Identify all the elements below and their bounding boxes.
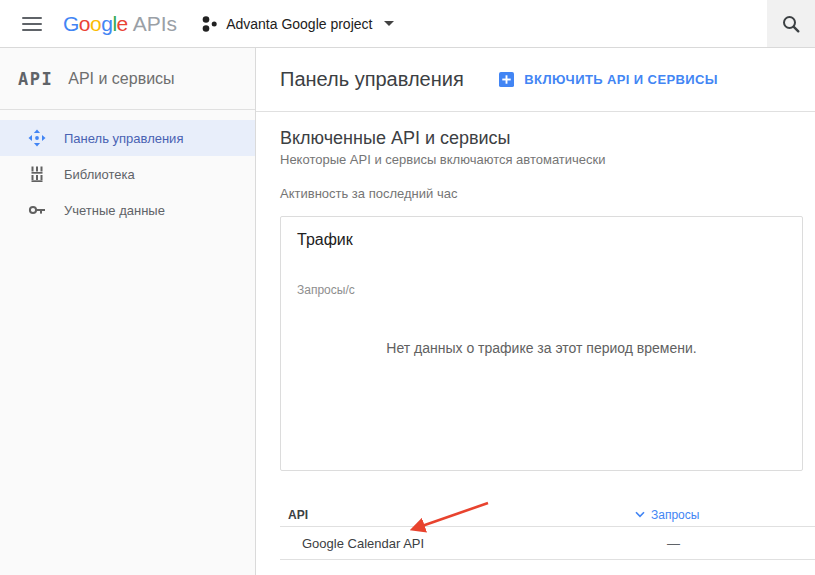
sidebar-title: API и сервисы — [68, 70, 174, 88]
requests-value: — — [635, 536, 712, 551]
api-link-google-calendar[interactable]: Google Calendar API — [280, 536, 635, 551]
main-content: Панель управления ВКЛЮЧИТЬ API И СЕРВИСЫ… — [256, 48, 815, 575]
chevron-down-icon — [384, 21, 394, 26]
section-subtitle: Некоторые API и сервисы включаются автом… — [280, 152, 815, 167]
traffic-card: Трафик Запросы/с Нет данных о трафике за… — [280, 216, 803, 471]
project-name: Advanta Google project — [226, 16, 372, 32]
sidebar: API API и сервисы Панель управления — [0, 48, 256, 575]
traffic-card-title: Трафик — [297, 231, 353, 249]
sidebar-header: API API и сервисы — [0, 48, 255, 110]
search-button[interactable] — [767, 0, 815, 47]
hamburger-menu-icon[interactable] — [22, 13, 42, 35]
plus-icon — [499, 72, 514, 87]
project-selector[interactable]: Advanta Google project — [202, 15, 394, 33]
google-apis-logo[interactable]: Google APIs — [63, 12, 177, 36]
apis-logo-text: APIs — [133, 12, 177, 36]
sidebar-item-label: Учетные данные — [64, 203, 165, 218]
sidebar-item-label: Панель управления — [64, 131, 183, 146]
column-header-api: API — [280, 508, 635, 522]
table-header-row: API Запросы — [280, 503, 815, 527]
content-header: Панель управления ВКЛЮЧИТЬ API И СЕРВИСЫ — [256, 48, 815, 112]
no-traffic-message: Нет данных о трафике за этот период врем… — [281, 340, 802, 356]
sidebar-item-dashboard[interactable]: Панель управления — [0, 120, 255, 156]
sidebar-item-library[interactable]: Библиотека — [0, 156, 255, 192]
key-icon — [28, 201, 46, 219]
page-title: Панель управления — [280, 68, 464, 91]
api-logo: API — [18, 69, 53, 89]
sidebar-item-credentials[interactable]: Учетные данные — [0, 192, 255, 228]
google-logo: Google — [63, 12, 128, 36]
enable-apis-button[interactable]: ВКЛЮЧИТЬ API И СЕРВИСЫ — [499, 72, 718, 87]
dashboard-move-icon — [28, 129, 46, 147]
sidebar-item-label: Библиотека — [64, 167, 135, 182]
y-axis-label: Запросы/с — [297, 283, 355, 297]
sidebar-nav: Панель управления Библиотека — [0, 110, 255, 228]
activity-label: Активность за последний час — [280, 186, 815, 201]
api-table: API Запросы Google Calendar API — — [280, 503, 815, 560]
search-icon — [781, 14, 801, 34]
dashboard-section: Включенные API и сервисы Некоторые API и… — [256, 128, 815, 560]
sort-chevron-down-icon — [635, 511, 645, 518]
library-icon — [28, 165, 46, 183]
project-icon — [202, 15, 218, 33]
topbar: Google APIs Advanta Google project — [0, 0, 815, 48]
section-title: Включенные API и сервисы — [280, 128, 815, 149]
table-row: Google Calendar API — — [280, 527, 815, 560]
column-header-requests[interactable]: Запросы — [635, 508, 712, 522]
